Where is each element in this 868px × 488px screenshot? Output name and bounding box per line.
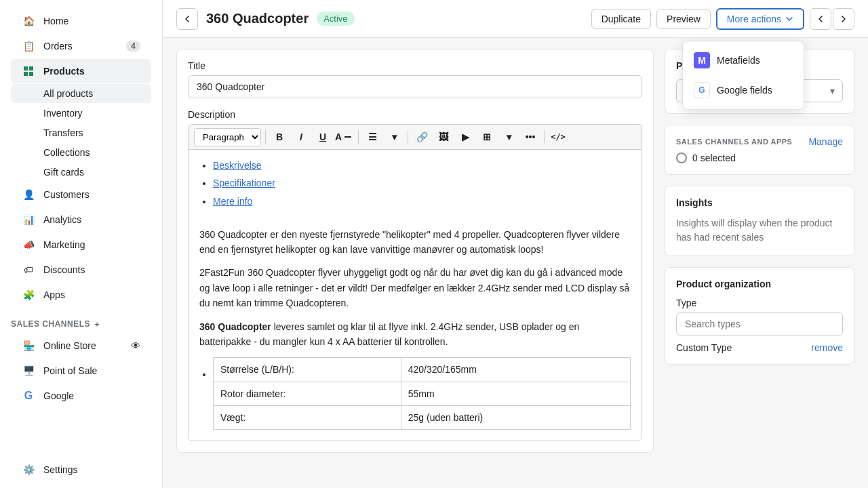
status-badge: Active [317,12,354,26]
product-organization-card: Product organization Type Custom Type re… [665,267,854,365]
channel-radio[interactable] [676,152,687,163]
title-label: Title [188,60,642,71]
online-store-icon: 🏪 [22,339,35,352]
manage-link[interactable]: Manage [808,136,843,147]
more-actions-dropdown: M Metafields G Google fields [682,41,804,110]
marketing-icon: 📣 [22,238,35,251]
online-store-eye-icon[interactable]: 👁 [131,340,140,351]
insights-card: Insights Insights will display when the … [665,186,854,256]
italic-button[interactable]: I [292,127,311,146]
toolbar-divider-1 [265,130,266,144]
title-input[interactable] [188,75,642,98]
description-label: Description [188,109,642,120]
toolbar-divider-4 [544,130,545,144]
channel-selected-label: 0 selected [692,152,736,163]
custom-type-label: Custom Type [676,342,732,353]
header-actions: Duplicate Preview More actions M Metafie… [591,8,854,30]
duplicate-button[interactable]: Duplicate [591,9,651,29]
channels-section-label: SALES CHANNELS AND APPS [676,138,792,146]
apps-icon: 🧩 [22,288,35,302]
settings-icon: ⚙️ [22,463,35,476]
sidebar-item-settings[interactable]: ⚙️ Settings [11,458,151,482]
analytics-icon: 📊 [22,213,35,226]
sidebar-item-analytics[interactable]: 📊 Analytics [11,207,151,232]
orders-badge: 4 [126,41,140,52]
table-dropdown-button[interactable]: ▾ [499,127,518,146]
dropdown-item-google-fields[interactable]: G Google fields [683,75,804,105]
sidebar-item-google[interactable]: G Google [11,384,151,408]
add-channel-button[interactable]: ＋ [93,319,102,329]
paragraph-select[interactable]: Paragraph [194,128,261,146]
insights-text: Insights will display when the product h… [676,216,843,245]
page-title: 360 Quadcopter [206,11,309,26]
insights-title: Insights [676,197,843,208]
products-icon [22,64,35,78]
sidebar-sub-all-products[interactable]: All products [11,84,151,103]
nav-arrows [810,8,854,30]
orders-icon: 📋 [22,39,35,53]
type-label: Type [676,298,843,308]
table-button[interactable]: ⊞ [477,127,496,146]
back-button[interactable] [176,8,198,30]
sidebar-item-customers[interactable]: 👤 Customers [11,182,151,207]
pos-icon: 🖥️ [22,364,35,378]
link-beskrivelse[interactable]: Beskrivelse [213,160,262,171]
sidebar-sub-transfers[interactable]: Transfers [11,123,151,142]
remove-link[interactable]: remove [811,342,843,353]
bold-button[interactable]: B [270,127,289,146]
toolbar-divider-2 [358,130,359,144]
customers-icon: 👤 [22,188,35,201]
metafields-icon: M [694,52,710,68]
align-dropdown-button[interactable]: ▾ [384,127,403,146]
google-channel-icon: G [22,389,35,403]
sidebar-item-point-of-sale[interactable]: 🖥️ Point of Sale [11,359,151,383]
more-actions-wrapper: More actions M Metafields G Google field… [716,8,804,30]
channel-selected-row: 0 selected [676,152,843,163]
sales-channels-section: SALES CHANNELS ＋ [0,313,162,333]
left-column: Title Description Paragraph B I U A ☰ ▾ [176,49,654,477]
sidebar-sub-gift-cards[interactable]: Gift cards [11,163,151,182]
preview-button[interactable]: Preview [656,9,711,29]
sidebar-item-products[interactable]: Products [11,59,151,83]
toolbar-divider-3 [408,130,408,144]
video-button[interactable]: ▶ [456,127,475,146]
link-specifikationer[interactable]: Specifikationer [213,178,275,188]
sidebar: 🏠 Home 📋 Orders 4 Products All products … [0,0,163,488]
prev-button[interactable] [810,8,831,30]
link-button[interactable]: 🔗 [412,127,431,146]
sidebar-item-discounts[interactable]: 🏷 Discounts [11,258,151,282]
rte-content[interactable]: Beskrivelse Specifikationer Mere info 36… [188,149,642,441]
product-title-card: Title Description Paragraph B I U A ☰ ▾ [176,49,654,453]
main-content: 360 Quadcopter Active Duplicate Preview … [163,0,868,488]
discounts-icon: 🏷 [22,263,35,277]
rte-toolbar: Paragraph B I U A ☰ ▾ 🔗 🖼 ▶ ⊞ ▾ •• [188,124,642,149]
image-button[interactable]: 🖼 [434,127,453,146]
sidebar-item-home[interactable]: 🏠 Home [11,9,151,33]
sales-channels-card: SALES CHANNELS AND APPS Manage 0 selecte… [665,125,854,175]
organization-title: Product organization [676,279,843,289]
next-button[interactable] [833,8,854,30]
sidebar-item-marketing[interactable]: 📣 Marketing [11,232,151,257]
text-color-button[interactable]: A [335,127,354,146]
home-icon: 🏠 [22,14,35,28]
channels-header: SALES CHANNELS AND APPS Manage [676,136,843,147]
align-button[interactable]: ☰ [363,127,382,146]
more-button[interactable]: ••• [521,127,540,146]
type-search-input[interactable] [676,312,843,336]
right-column: Product status Active Draft SALES CHANNE… [665,49,854,477]
page-header: 360 Quadcopter Active Duplicate Preview … [163,0,868,38]
google-fields-icon: G [694,82,710,98]
sidebar-sub-collections[interactable]: Collections [11,143,151,162]
code-button[interactable]: </> [549,127,568,146]
custom-type-row: Custom Type remove [676,342,843,353]
dropdown-item-metafields[interactable]: M Metafields [683,45,804,75]
sidebar-sub-inventory[interactable]: Inventory [11,104,151,123]
underline-button[interactable]: U [313,127,332,146]
sidebar-item-online-store[interactable]: 🏪 Online Store 👁 [11,333,151,358]
sidebar-item-orders[interactable]: 📋 Orders 4 [11,34,151,58]
sidebar-item-apps[interactable]: 🧩 Apps [11,283,151,307]
more-actions-button[interactable]: More actions [716,8,804,30]
link-mere-info[interactable]: Mere info [213,196,252,207]
